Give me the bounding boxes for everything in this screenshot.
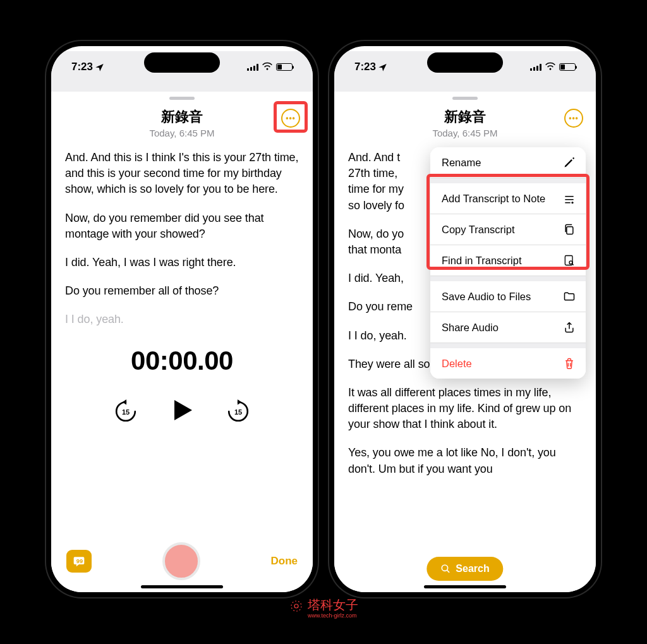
note-add-icon xyxy=(563,192,576,205)
transcript-line: I did. Yeah, I was I was right there. xyxy=(65,255,299,270)
menu-label: Copy Transcript xyxy=(442,224,515,236)
speech-bubble-icon: 99 xyxy=(73,555,85,568)
menu-copy-transcript[interactable]: Copy Transcript xyxy=(430,214,586,245)
recording-sheet: 新錄音 Today, 6:45 PM ••• And. And this is … xyxy=(51,92,313,592)
menu-label: Save Audio to Files xyxy=(442,291,531,303)
transcript-area: And. And this is I think I's this is you… xyxy=(51,150,313,328)
recording-sheet: 新錄音 Today, 6:45 PM ••• And. And t27th ti… xyxy=(334,92,596,592)
svg-point-5 xyxy=(294,604,298,608)
status-time: 7:23 xyxy=(71,61,93,73)
home-indicator[interactable] xyxy=(141,585,223,588)
svg-rect-1 xyxy=(567,227,573,234)
doc-search-icon xyxy=(563,254,576,267)
location-arrow-icon xyxy=(378,63,387,72)
battery-icon xyxy=(559,63,576,71)
watermark: 塔科女子 www.tech-girlz.com xyxy=(289,597,358,619)
share-icon xyxy=(563,321,576,334)
notch xyxy=(427,52,503,73)
menu-label: Delete xyxy=(442,358,472,370)
menu-delete[interactable]: Delete xyxy=(430,348,586,379)
transcript-toggle-button[interactable]: 99 xyxy=(66,550,92,573)
menu-save-audio[interactable]: Save Audio to Files xyxy=(430,281,586,312)
menu-label: Add Transcript to Note xyxy=(442,193,545,205)
wifi-icon xyxy=(545,61,556,73)
record-button[interactable] xyxy=(162,542,200,580)
recording-subtitle: Today, 6:45 PM xyxy=(344,128,586,138)
ellipsis-icon: ••• xyxy=(286,114,296,123)
recording-title: 新錄音 xyxy=(344,107,586,126)
context-menu: Rename Add Transcript to Note Copy Trans… xyxy=(430,147,586,379)
copy-icon xyxy=(563,223,576,236)
menu-label: Share Audio xyxy=(442,322,499,334)
transcript-line: Yes, you owe me a lot like No, I don't, … xyxy=(348,445,582,477)
cellular-signal-icon xyxy=(530,63,541,71)
ellipsis-icon: ••• xyxy=(569,114,579,123)
more-options-button[interactable]: ••• xyxy=(564,109,583,128)
trash-icon xyxy=(563,357,576,370)
watermark-url: www.tech-girlz.com xyxy=(308,612,358,619)
pencil-icon xyxy=(563,156,576,169)
cellular-signal-icon xyxy=(247,63,258,71)
skip-back-button[interactable]: 15 xyxy=(114,399,138,423)
transcript-line: Now, do you remember did you see that mo… xyxy=(65,210,299,242)
recording-title: 新錄音 xyxy=(61,107,303,126)
svg-text:99: 99 xyxy=(76,558,83,564)
playback-timer: 00:00.00 xyxy=(51,346,313,376)
search-icon xyxy=(440,564,450,574)
menu-label: Find in Transcript xyxy=(442,255,522,267)
more-options-button[interactable]: ••• xyxy=(281,109,300,128)
play-button[interactable] xyxy=(167,395,197,428)
status-time: 7:23 xyxy=(354,61,376,73)
wifi-icon xyxy=(262,61,273,73)
skip-forward-button[interactable]: 15 xyxy=(226,399,250,423)
menu-rename[interactable]: Rename xyxy=(430,147,586,178)
menu-label: Rename xyxy=(442,157,481,169)
transcript-line: It was all different places times in my … xyxy=(348,385,582,433)
phone-right: 7:23 新錄音 Today, 6:45 PM ••• xyxy=(329,41,601,597)
gear-icon xyxy=(289,598,304,617)
folder-icon xyxy=(563,290,576,303)
search-label: Search xyxy=(456,563,489,574)
transcript-line: And. And this is I think I's this is you… xyxy=(65,150,299,198)
transcript-line: Do you remember all of those? xyxy=(65,283,299,299)
transcript-line: I I do, yeah. xyxy=(65,312,299,327)
menu-find-in-transcript[interactable]: Find in Transcript xyxy=(430,245,586,276)
phone-left: 7:23 新錄音 Today, 6:45 PM ••• xyxy=(46,41,318,597)
home-indicator[interactable] xyxy=(424,585,506,588)
menu-share-audio[interactable]: Share Audio xyxy=(430,312,586,343)
menu-add-transcript-to-note[interactable]: Add Transcript to Note xyxy=(430,183,586,214)
done-button[interactable]: Done xyxy=(271,555,298,568)
recording-subtitle: Today, 6:45 PM xyxy=(61,128,303,138)
search-button[interactable]: Search xyxy=(426,557,503,581)
battery-icon xyxy=(276,63,293,71)
watermark-text: 塔科女子 xyxy=(308,598,358,612)
location-arrow-icon xyxy=(95,63,104,72)
notch xyxy=(144,52,220,73)
